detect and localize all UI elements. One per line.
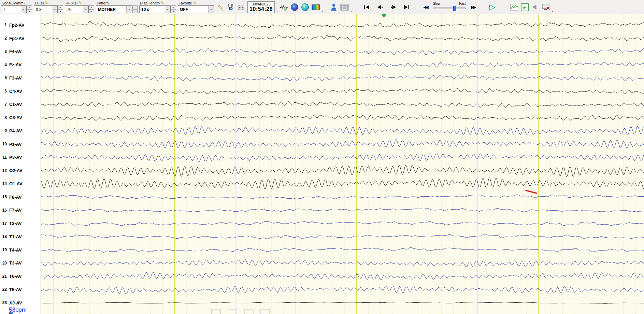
edit-pencil-icon[interactable]: ✎ (45, 1, 48, 5)
rewind-button[interactable]: ◀◀ (420, 2, 431, 12)
pattern-spin-up[interactable]: ▲ (132, 5, 138, 10)
sensitivity-combobox[interactable]: 7 ▼ (1, 5, 27, 13)
channel-row[interactable]: 8C3-AV (0, 115, 41, 121)
channel-row[interactable]: 16F7-AV (0, 207, 41, 213)
date-display: 30/04/2025 (249, 2, 273, 6)
chevron-down-icon[interactable]: ▼ (52, 6, 57, 13)
overflow-chevron-icon[interactable]: ▾ (276, 10, 278, 13)
skip-start-button[interactable] (361, 2, 373, 12)
play-button[interactable]: ▷ (486, 2, 499, 12)
channel-number: 12 (0, 168, 7, 173)
channel-number: 14 (0, 181, 7, 186)
channel-row[interactable]: 10Pz-AV (0, 141, 41, 147)
chevron-down-icon[interactable]: ▼ (83, 6, 88, 13)
edit-pencil-icon[interactable]: ✎ (161, 1, 164, 5)
channel-row[interactable]: 9P4-AV (0, 128, 41, 134)
speed-slider-thumb[interactable] (453, 6, 456, 11)
channel-number: 22 (0, 287, 7, 292)
edit-pencil-icon[interactable]: ✎ (78, 1, 82, 5)
trace-area[interactable] (41, 14, 644, 314)
sensitivity-spin-up[interactable]: ▲ (27, 5, 32, 10)
display-length-combobox[interactable]: 10 s ▼ (139, 5, 171, 13)
annotation-pen-button[interactable]: ✎ ✓ (216, 2, 225, 12)
step-back-button[interactable] (374, 2, 386, 12)
waveform-view-button[interactable] (280, 2, 288, 12)
video-sync-button[interactable] (340, 2, 349, 12)
eeg-trace-T4-AV (41, 247, 644, 252)
channel-row[interactable]: 21T6-AV (0, 273, 41, 280)
eeg-trace-O1-AV (41, 177, 644, 189)
pattern-control: Pattern MOTHER ▼ ▲ ▼ (96, 0, 138, 13)
trend-icon (510, 4, 518, 11)
channel-row[interactable]: 14O1-AV (0, 181, 41, 187)
chevron-down-icon[interactable]: ▼ (165, 6, 170, 13)
channel-number: 2 (0, 36, 7, 41)
eeg-trace-X3-AV (41, 302, 644, 304)
overflow-chevron-icon[interactable]: ▾ (351, 10, 353, 13)
highfreq-spin-down[interactable]: ▼ (89, 10, 94, 13)
channel-row[interactable]: 19T4-AV (0, 247, 41, 253)
patient-info-button[interactable] (329, 2, 338, 12)
display-length-spin-up[interactable]: ▲ (171, 5, 176, 10)
channel-number: 10 (0, 142, 7, 146)
speed-slider-track[interactable] (433, 8, 466, 9)
pattern-spin-down[interactable]: ▼ (132, 10, 138, 13)
channel-label: X3-AV (9, 300, 22, 305)
timeconstant-spin-up[interactable]: ▲ (58, 5, 63, 10)
chevron-down-icon[interactable]: ▼ (21, 6, 26, 13)
channel-row[interactable]: 12O2-AV (0, 168, 41, 174)
overflow-chevron-icon[interactable]: ▾ (322, 10, 323, 13)
channel-row[interactable]: 11P3-AV (0, 154, 41, 160)
overflow-chevron-icon[interactable]: ▾ (552, 10, 554, 13)
audio-button[interactable] (531, 2, 540, 12)
channel-number: 9 (0, 128, 7, 133)
timeconstant-combobox[interactable]: 0.3 ▼ (34, 5, 58, 13)
remote-monitor-button[interactable] (542, 2, 550, 12)
channel-label: Fp2-AV (9, 23, 25, 28)
auto-play-button[interactable]: ▶ (520, 2, 529, 12)
channel-row[interactable]: 17T2-AV (0, 220, 41, 227)
electrode-map-button[interactable] (237, 2, 246, 12)
notch-filter-button[interactable]: 50 (226, 2, 235, 12)
chevron-down-icon[interactable]: ▼ (208, 6, 214, 13)
highfreq-label: HF(Hz) (66, 1, 77, 5)
display-length-spin-down[interactable]: ▼ (171, 10, 176, 13)
brain-map-button[interactable] (290, 2, 299, 12)
channel-row[interactable]: 18T1-AV (0, 233, 41, 240)
channel-row[interactable]: 5F3-AV (0, 75, 41, 81)
channel-row[interactable]: 4Fz-AV (0, 62, 41, 68)
channel-row[interactable]: 1Fp2-AV (0, 22, 41, 28)
channel-row[interactable]: 20T3-AV (0, 260, 41, 266)
brain-map-icon (291, 3, 298, 11)
timeconstant-spinner: ▲ ▼ (58, 5, 63, 13)
channel-row[interactable]: 23X3-AV (0, 300, 41, 306)
favorite-combobox[interactable]: OFF ▼ (178, 5, 214, 13)
highfreq-spin-up[interactable]: ▲ (89, 5, 94, 10)
channel-label: F3-AV (9, 75, 22, 81)
spectrum-map-button[interactable] (301, 2, 310, 12)
skip-end-button[interactable] (401, 2, 413, 12)
channel-row[interactable]: 15F8-AV (0, 194, 41, 200)
step-forward-button[interactable] (388, 2, 399, 12)
speaker-icon (532, 4, 539, 10)
channel-row[interactable]: 3F4-AV (0, 48, 41, 55)
channel-label: Fz-AV (9, 62, 22, 67)
eeg-trace-P4-AV (41, 126, 644, 135)
channel-row[interactable]: 22T5-AV (0, 286, 41, 292)
channel-row[interactable]: 7Cz-AV (0, 101, 41, 108)
position-marker[interactable] (382, 14, 386, 18)
channel-row[interactable]: 6C4-AV (0, 88, 41, 94)
skip-start-icon (364, 5, 369, 9)
channel-label-column: 53bpm M 1Fp2-AV2Fp1-AV3F4-AV4Fz-AV5F3-AV… (0, 14, 41, 314)
trend-view-button[interactable] (510, 2, 519, 12)
chevron-down-icon[interactable]: ▼ (126, 6, 132, 13)
fast-forward-button[interactable]: ▶▶ (468, 2, 479, 12)
color-map-button[interactable] (311, 2, 320, 12)
channel-label: T2-AV (9, 221, 22, 226)
highfreq-combobox[interactable]: 70 ▼ (65, 5, 89, 13)
edit-pencil-icon[interactable]: ✎ (193, 1, 196, 5)
channel-row[interactable]: 2Fp1-AV (0, 35, 41, 41)
pattern-combobox[interactable]: MOTHER ▼ (96, 5, 132, 13)
timeconstant-spin-down[interactable]: ▼ (58, 10, 63, 13)
sensitivity-spin-down[interactable]: ▼ (27, 10, 32, 13)
